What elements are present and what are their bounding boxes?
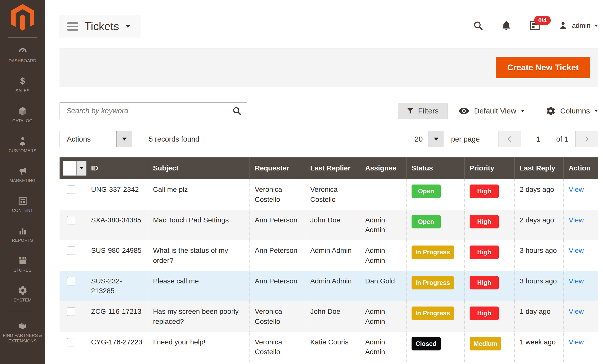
cell-id: CYG-176-27223 [86, 332, 148, 362]
cell-last-reply: 3 hours ago [515, 271, 564, 301]
select-all-checkbox[interactable] [63, 161, 76, 175]
chevron-right-icon [583, 135, 590, 143]
cell-subject: What is the status of my order? [148, 240, 249, 271]
admin-screen: DASHBOARD$SALESCATALOGCUSTOMERSMARKETING… [0, 0, 603, 364]
cell-priority: High [464, 271, 514, 301]
row-checkbox[interactable] [67, 277, 75, 285]
cell-status: Open [406, 210, 464, 240]
view-link[interactable]: View [569, 186, 584, 193]
sales-icon: $ [18, 76, 28, 86]
create-new-ticket-button[interactable]: Create New Ticket [496, 57, 590, 78]
sidebar-item-label: STORES [14, 268, 31, 273]
table-row[interactable]: SXA-380-34385Mac Touch Pad SettingsAnn P… [60, 210, 598, 240]
sidebar-item-catalog[interactable]: CATALOG [3, 106, 43, 124]
sidebar-item-label: CUSTOMERS [9, 148, 36, 154]
page-title-menu[interactable]: Tickets [60, 15, 141, 38]
table-row[interactable]: UNG-337-2342Call me plzVeronica Costello… [60, 179, 598, 210]
eye-icon [458, 105, 470, 117]
row-checkbox[interactable] [67, 186, 75, 194]
sidebar-item-sales[interactable]: $SALES [3, 76, 43, 94]
columns-dropdown[interactable]: Columns [546, 106, 598, 116]
page-number-input[interactable] [528, 131, 549, 147]
column-header-assignee[interactable]: Assignee [360, 157, 406, 179]
cell-last-replier: Admin Admin [305, 271, 360, 301]
sidebar-item-label: CONTENT [12, 208, 33, 213]
filters-button[interactable]: Filters [398, 103, 447, 119]
cell-select [60, 179, 86, 210]
notifications-panel-icon[interactable]: 0/4 [529, 20, 541, 31]
default-view-dropdown[interactable]: Default View [458, 105, 524, 117]
per-page-label: per page [451, 135, 480, 143]
table-header-row: IDSubjectRequesterLast ReplierAssigneeSt… [60, 157, 598, 179]
cell-assignee: Dan Gold [360, 271, 406, 301]
grid-toolbar: Filters Default View Columns [60, 102, 598, 119]
svg-text:$: $ [20, 76, 25, 86]
sidebar-item-system[interactable]: SYSTEM [3, 285, 43, 303]
cell-last-reply: 2 days ago [515, 179, 564, 210]
row-checkbox[interactable] [67, 338, 75, 346]
status-badge: Closed [412, 337, 441, 351]
magento-logo-icon[interactable] [11, 4, 34, 31]
cell-assignee: Admin Admin [360, 332, 406, 362]
bell-icon[interactable] [501, 20, 512, 31]
view-link[interactable]: View [569, 277, 584, 285]
gear-icon [546, 106, 556, 116]
sidebar-item-content[interactable]: CONTENT [3, 196, 43, 213]
row-checkbox[interactable] [67, 247, 75, 255]
cell-status: In Progress [406, 271, 464, 301]
table-row[interactable]: SUS-980-24985What is the status of my or… [60, 240, 598, 271]
view-link[interactable]: View [569, 308, 584, 315]
column-header-priority[interactable]: Priority [464, 157, 514, 179]
search-submit-icon[interactable] [232, 106, 242, 117]
column-header-subject[interactable]: Subject [148, 157, 249, 179]
pagination: 20 per page of 1 [408, 131, 598, 147]
cell-action: View [564, 240, 598, 271]
row-checkbox[interactable] [67, 308, 75, 316]
column-header-last-reply[interactable]: Last Reply [515, 157, 564, 179]
sidebar-item-marketing[interactable]: MARKETING [3, 166, 43, 184]
sidebar-item-customers[interactable]: CUSTOMERS [3, 136, 43, 154]
column-header-last-replier[interactable]: Last Replier [305, 157, 360, 179]
search-icon[interactable] [473, 20, 483, 31]
chevron-down-icon [116, 131, 132, 147]
cell-id: ZCG-116-17213 [86, 301, 148, 332]
previous-page-button[interactable] [498, 131, 521, 147]
per-page-select[interactable]: 20 [408, 131, 444, 147]
chevron-down-icon [521, 110, 524, 112]
cell-id: UNG-337-2342 [86, 179, 148, 210]
cell-requester: Veronica Costello [249, 332, 305, 362]
sidebar-divider [8, 37, 37, 38]
sidebar-item-reports[interactable]: REPORTS [3, 226, 43, 243]
sidebar-item-find-partners-extensions[interactable]: FIND PARTNERS & EXTENSIONS [3, 321, 43, 344]
chevron-down-icon [126, 25, 130, 28]
column-header-id[interactable]: ID [86, 157, 148, 179]
actions-select[interactable]: Actions [60, 131, 132, 147]
cell-subject: Mac Touch Pad Settings [148, 210, 249, 240]
cell-subject: Call me plz [148, 179, 249, 210]
view-link[interactable]: View [569, 338, 584, 346]
view-link[interactable]: View [569, 216, 584, 224]
dashboard-icon [18, 46, 28, 56]
row-checkbox[interactable] [67, 216, 75, 224]
reports-icon [18, 226, 28, 236]
divider [535, 103, 535, 119]
cell-select [60, 301, 86, 332]
table-row[interactable]: SUS-232-213285Please call meAnn Peterson… [60, 271, 598, 301]
view-link[interactable]: View [569, 247, 584, 254]
table-row[interactable]: ZCG-116-17213Has my screen been poorly r… [60, 301, 598, 332]
cell-requester: Ann Peterson [249, 271, 305, 301]
select-all-dropdown[interactable] [63, 161, 87, 176]
user-name: admin [572, 22, 590, 30]
column-header-action[interactable]: Action [564, 157, 598, 179]
sidebar-item-dashboard[interactable]: DASHBOARD [3, 46, 43, 64]
cell-last-replier: Veronica Costello [305, 179, 360, 210]
sidebar-nav: DASHBOARD$SALESCATALOGCUSTOMERSMARKETING… [0, 44, 45, 344]
cell-priority: Medium [464, 332, 514, 362]
sidebar-item-stores[interactable]: STORES [3, 256, 43, 273]
table-row[interactable]: CYG-176-27223I need your help!Veronica C… [60, 332, 598, 362]
column-header-status[interactable]: Status [406, 157, 464, 179]
search-input[interactable] [60, 102, 247, 119]
next-page-button[interactable] [575, 131, 598, 147]
column-header-requester[interactable]: Requester [249, 157, 305, 179]
user-menu[interactable]: admin [558, 21, 598, 30]
